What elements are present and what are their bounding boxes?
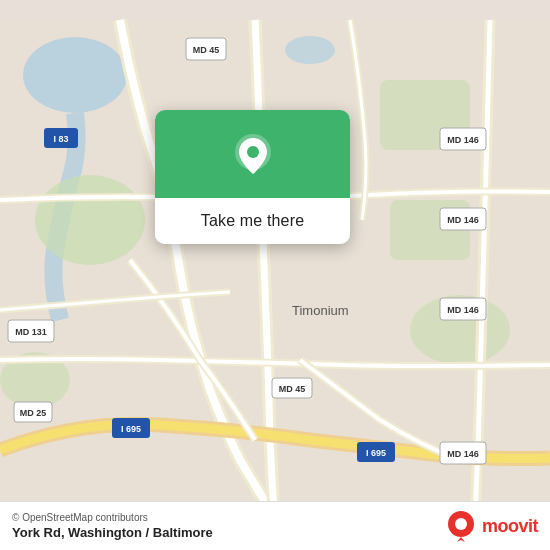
svg-point-2 bbox=[285, 36, 335, 64]
svg-text:I 83: I 83 bbox=[53, 134, 68, 144]
svg-point-34 bbox=[455, 518, 467, 530]
svg-point-32 bbox=[247, 146, 259, 158]
map-background: Timonium MD 45 I 83 MD 146 MD 146 MD 146… bbox=[0, 0, 550, 550]
svg-text:Timonium: Timonium bbox=[292, 303, 349, 318]
svg-text:MD 146: MD 146 bbox=[447, 449, 479, 459]
take-me-there-button[interactable]: Take me there bbox=[155, 198, 350, 244]
moovit-icon bbox=[445, 510, 477, 542]
svg-text:MD 146: MD 146 bbox=[447, 215, 479, 225]
moovit-brand-name: moovit bbox=[482, 516, 538, 537]
map-container: Timonium MD 45 I 83 MD 146 MD 146 MD 146… bbox=[0, 0, 550, 550]
svg-text:MD 25: MD 25 bbox=[20, 408, 47, 418]
osm-attribution: © OpenStreetMap contributors bbox=[12, 512, 213, 523]
popup-green-section bbox=[155, 110, 350, 198]
svg-text:I 695: I 695 bbox=[366, 448, 386, 458]
location-pin-icon bbox=[229, 132, 277, 180]
bottom-info: © OpenStreetMap contributors York Rd, Wa… bbox=[12, 512, 213, 540]
svg-text:MD 146: MD 146 bbox=[447, 135, 479, 145]
svg-text:I 695: I 695 bbox=[121, 424, 141, 434]
svg-text:MD 45: MD 45 bbox=[279, 384, 306, 394]
moovit-logo: moovit bbox=[445, 510, 538, 542]
svg-text:MD 131: MD 131 bbox=[15, 327, 47, 337]
bottom-bar: © OpenStreetMap contributors York Rd, Wa… bbox=[0, 501, 550, 550]
location-label: York Rd, Washington / Baltimore bbox=[12, 525, 213, 540]
svg-point-3 bbox=[35, 175, 145, 265]
svg-text:MD 45: MD 45 bbox=[193, 45, 220, 55]
svg-text:MD 146: MD 146 bbox=[447, 305, 479, 315]
svg-point-1 bbox=[23, 37, 127, 113]
popup-card: Take me there bbox=[155, 110, 350, 244]
